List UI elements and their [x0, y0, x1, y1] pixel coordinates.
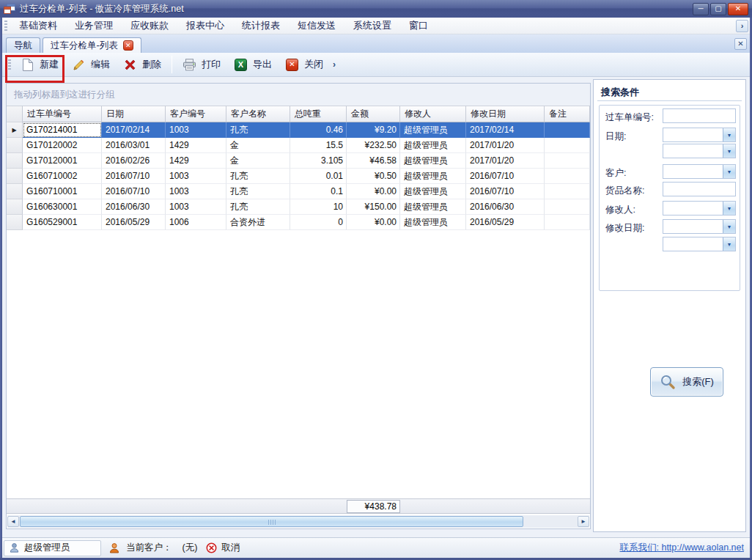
cell[interactable]: 2016/07/10 [466, 184, 545, 199]
table-row[interactable]: G1607100012016/07/101003孔亮0.1¥0.00超级管理员2… [7, 184, 590, 199]
cell[interactable] [545, 153, 590, 169]
search-field-input-goods-name[interactable] [664, 183, 733, 195]
tab-pass-vehicle-list[interactable]: 过车分检单-列表 ✕ [43, 37, 141, 53]
row-gutter[interactable] [7, 184, 23, 199]
cell[interactable]: ¥0.00 [347, 215, 400, 230]
column-header-4[interactable]: 客户名称 [226, 106, 290, 122]
cell[interactable]: 2016/06/30 [466, 199, 545, 215]
cell[interactable]: 超级管理员 [400, 153, 466, 169]
cell[interactable]: 超级管理员 [400, 199, 466, 215]
close-button[interactable]: ✕ [728, 3, 748, 15]
cell[interactable]: 15.5 [290, 138, 347, 153]
cell[interactable] [545, 169, 590, 184]
menu-item-6[interactable]: 短信发送 [289, 17, 344, 34]
menu-item-4[interactable]: 报表中心 [177, 17, 233, 34]
column-header-2[interactable]: 日期 [102, 106, 166, 122]
search-input-ticket-no[interactable] [663, 108, 736, 123]
combo-dropdown-button[interactable]: ▼ [723, 144, 735, 158]
cell[interactable]: 金 [226, 153, 290, 169]
toolbar-button-delete[interactable]: 删除 [117, 56, 168, 74]
cell[interactable]: G160710002 [23, 169, 102, 184]
menu-item-8[interactable]: 窗口 [400, 17, 437, 34]
toolbar-button-close[interactable]: ✕关闭 [279, 56, 330, 74]
cell[interactable]: G160529001 [23, 215, 102, 230]
cell[interactable]: 1003 [166, 184, 226, 199]
table-row[interactable]: ▶G1702140012017/02/141003孔亮0.46¥9.20超级管理… [7, 122, 590, 138]
cell[interactable]: 1006 [166, 215, 226, 230]
cell[interactable]: 超级管理员 [400, 138, 466, 153]
table-row[interactable]: G1607100022016/07/101003孔亮0.01¥0.50超级管理员… [7, 169, 590, 184]
cell[interactable]: 0.1 [290, 184, 347, 199]
cell[interactable]: 超级管理员 [400, 122, 466, 138]
search-field-input-date-to[interactable] [664, 145, 723, 157]
menu-overflow-button[interactable]: › [736, 20, 748, 32]
search-field-input-modify-date-to[interactable] [664, 238, 723, 250]
cell[interactable] [545, 199, 590, 215]
cell[interactable]: 超级管理员 [400, 169, 466, 184]
scroll-right-icon[interactable]: ► [578, 516, 589, 527]
row-gutter[interactable] [7, 199, 23, 215]
toolbar-button-print[interactable]: 打印 [176, 56, 227, 74]
search-field-input-modifier[interactable] [664, 202, 723, 214]
cell[interactable] [545, 184, 590, 199]
menu-item-5[interactable]: 统计报表 [233, 17, 289, 34]
combo-dropdown-button[interactable]: ▼ [723, 220, 735, 233]
cell[interactable]: 0 [290, 215, 347, 230]
tabstrip-close-button[interactable]: ✕ [734, 38, 747, 50]
column-header-8[interactable]: 修改日期 [466, 106, 545, 122]
search-field-input-date-from[interactable] [664, 129, 723, 141]
cell[interactable]: ¥0.50 [347, 169, 400, 184]
menu-item-1[interactable]: 基础资料 [10, 17, 66, 34]
search-combo-date-from[interactable]: ▼ [663, 128, 736, 142]
cell[interactable]: 孔亮 [226, 184, 290, 199]
cell[interactable]: ¥0.00 [347, 184, 400, 199]
search-combo-modifier[interactable]: ▼ [663, 201, 736, 215]
cell[interactable]: 合资外进 [226, 215, 290, 230]
table-row[interactable]: G1605290012016/05/291006合资外进0¥0.00超级管理员2… [7, 215, 590, 230]
combo-dropdown-button[interactable]: ▼ [723, 165, 735, 178]
toolbar-button-edit[interactable]: 编辑 [65, 56, 117, 74]
toolbar-overflow-button[interactable]: › [333, 59, 336, 70]
cell[interactable]: 金 [226, 138, 290, 153]
cell[interactable]: 超级管理员 [400, 215, 466, 230]
menu-item-3[interactable]: 应收账款 [122, 17, 177, 34]
horizontal-scrollbar[interactable]: ◄ ► [7, 515, 589, 528]
minimize-button[interactable]: ─ [693, 3, 709, 15]
cell[interactable]: 孔亮 [226, 199, 290, 215]
cell[interactable]: G170120001 [23, 153, 102, 169]
toolbar-button-export[interactable]: X导出 [227, 56, 279, 74]
row-indicator-icon[interactable]: ▶ [7, 122, 23, 138]
cell[interactable]: G160630001 [23, 199, 102, 215]
cell[interactable]: 孔亮 [226, 122, 290, 138]
table-row[interactable]: G1606300012016/06/301003孔亮10¥150.00超级管理员… [7, 199, 590, 215]
row-gutter[interactable] [7, 169, 23, 184]
contact-link[interactable]: 联系我们: http://www.aolan.net [619, 542, 744, 554]
table-row[interactable]: G1701200022016/03/011429金15.5¥232.50超级管理… [7, 138, 590, 153]
row-gutter[interactable] [7, 215, 23, 230]
cell[interactable]: G160710001 [23, 184, 102, 199]
cell[interactable]: 超级管理员 [400, 184, 466, 199]
search-combo-modify-date-to[interactable]: ▼ [663, 237, 736, 251]
search-input-goods-name[interactable] [663, 182, 736, 196]
tab-navigation[interactable]: 导航 [6, 37, 40, 53]
scroll-left-icon[interactable]: ◄ [7, 516, 19, 527]
cell[interactable]: 1003 [166, 122, 226, 138]
menu-item-7[interactable]: 系统设置 [344, 17, 400, 34]
table-row[interactable]: G1701200012016/02/261429金3.105¥46.58超级管理… [7, 153, 590, 169]
cell[interactable]: 1003 [166, 199, 226, 215]
search-field-input-customer[interactable] [664, 166, 723, 177]
tab-close-icon[interactable]: ✕ [123, 40, 133, 51]
cell[interactable]: ¥9.20 [347, 122, 400, 138]
cell[interactable]: 1429 [166, 138, 226, 153]
combo-dropdown-button[interactable]: ▼ [723, 237, 735, 251]
toolbar-button-new[interactable]: 新建 [14, 56, 65, 74]
cell[interactable]: 2016/05/29 [102, 215, 166, 230]
cell[interactable] [545, 138, 590, 153]
column-header-1[interactable]: 过车单编号 [23, 106, 102, 122]
row-gutter[interactable] [7, 138, 23, 153]
cell[interactable]: 10 [290, 199, 347, 215]
cell[interactable]: 0.46 [290, 122, 347, 138]
scrollbar-thumb[interactable] [20, 516, 523, 527]
cancel-customer-button[interactable]: 取消 [206, 542, 240, 554]
cell[interactable]: 2016/02/26 [102, 153, 166, 169]
